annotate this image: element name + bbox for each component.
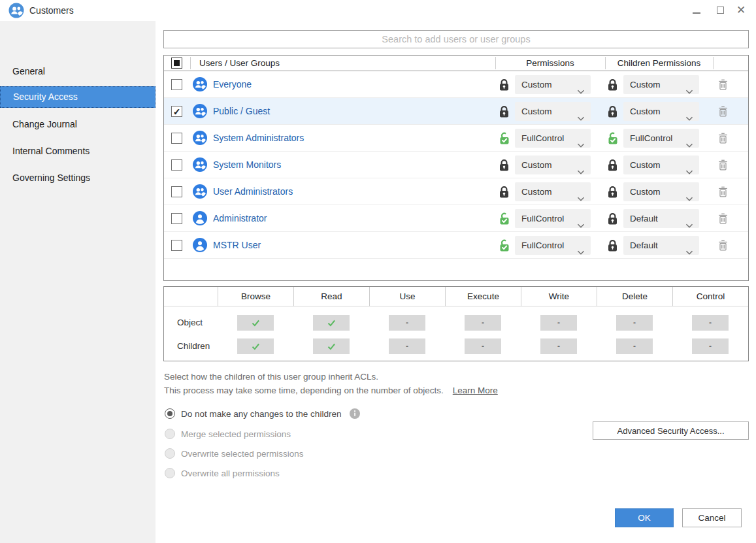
window-title: Customers — [29, 0, 74, 21]
sidebar-item-governing-settings[interactable]: Governing Settings — [0, 167, 156, 189]
row-checkbox[interactable] — [171, 133, 182, 144]
users-table: Users / User Groups Permissions Children… — [163, 55, 749, 281]
delete-icon[interactable] — [718, 133, 728, 144]
children-permissions-value: Custom — [630, 80, 661, 90]
acl-option-4: Overwrite all permissions — [165, 467, 280, 479]
permissions-dropdown[interactable]: Custom — [515, 75, 591, 94]
table-row: System MonitorsCustomCustom — [164, 152, 748, 178]
permissions-dropdown[interactable]: FullControl — [515, 129, 591, 148]
children-permissions-value: Default — [630, 214, 658, 223]
permissions-dropdown[interactable]: Custom — [515, 182, 591, 201]
cancel-button[interactable]: Cancel — [682, 508, 742, 527]
permissions-value: FullControl — [521, 240, 564, 250]
children-permissions-value: FullControl — [630, 133, 672, 143]
delete-icon[interactable] — [718, 79, 728, 90]
children-permissions-dropdown[interactable]: Default — [623, 209, 699, 228]
sidebar-item-change-journal[interactable]: Change Journal — [0, 114, 156, 135]
permissions-lock-icon[interactable] — [499, 78, 510, 91]
matrix-cell-object-browse[interactable] — [237, 315, 274, 331]
info-icon[interactable] — [350, 408, 360, 419]
row-checkbox[interactable] — [171, 213, 182, 224]
children-permissions-lock-icon[interactable] — [607, 159, 619, 171]
sidebar-item-general[interactable]: General — [0, 61, 156, 82]
matrix-cell-object-execute[interactable]: - — [465, 315, 501, 331]
permissions-unlocked-check-icon[interactable] — [499, 212, 510, 225]
acl-option-3: Overwrite selected permissions — [165, 448, 304, 459]
permissions-value: FullControl — [521, 214, 564, 223]
radio-button[interactable] — [165, 408, 175, 419]
minimize-button[interactable] — [687, 0, 706, 20]
delete-icon[interactable] — [718, 106, 728, 117]
row-checkbox[interactable] — [171, 79, 182, 90]
permissions-dropdown[interactable]: FullControl — [515, 236, 591, 255]
matrix-cell-children-control[interactable]: - — [692, 338, 729, 354]
permissions-lock-icon[interactable] — [499, 105, 510, 118]
permissions-unlocked-check-icon[interactable] — [499, 132, 510, 144]
matrix-cell-object-use[interactable]: - — [389, 315, 425, 331]
table-row: ✓Public / GuestCustomCustom — [164, 98, 748, 125]
radio-label: Overwrite all permissions — [181, 469, 280, 478]
chevron-down-icon — [685, 243, 693, 262]
row-checkbox[interactable] — [171, 186, 182, 197]
matrix-cell-object-write[interactable]: - — [540, 315, 577, 331]
matrix-cell-children-write[interactable]: - — [540, 338, 577, 354]
table-row: AdministratorFullControlDefault — [164, 205, 748, 232]
user-name: MSTR User — [213, 232, 261, 259]
permissions-value: Custom — [521, 160, 552, 170]
user-group-icon — [8, 3, 24, 18]
acl-description-line2: This process may take some time, dependi… — [164, 386, 498, 395]
matrix-cell-object-read[interactable] — [313, 315, 350, 331]
learn-more-link[interactable]: Learn More — [453, 386, 498, 395]
close-button[interactable]: ✕ — [731, 0, 751, 20]
radio-label: Overwrite selected permissions — [181, 449, 304, 459]
permissions-lock-icon[interactable] — [499, 159, 510, 171]
children-permissions-unlocked-check-icon[interactable] — [607, 132, 619, 144]
children-permissions-lock-icon[interactable] — [607, 78, 619, 91]
children-permissions-dropdown[interactable]: Custom — [623, 182, 699, 201]
children-permissions-lock-icon[interactable] — [607, 212, 619, 225]
children-permissions-dropdown[interactable]: FullControl — [623, 129, 699, 148]
table-row: User AdministratorsCustomCustom — [164, 178, 748, 205]
matrix-column-delete: Delete — [597, 287, 672, 306]
permissions-value: Custom — [521, 107, 552, 116]
matrix-row-label-object: Object — [177, 314, 203, 332]
delete-icon[interactable] — [718, 186, 728, 197]
row-checkbox[interactable]: ✓ — [171, 106, 182, 117]
delete-icon[interactable] — [718, 240, 728, 251]
matrix-cell-object-delete[interactable]: - — [616, 315, 653, 331]
matrix-cell-children-execute[interactable]: - — [465, 338, 501, 354]
permissions-unlocked-check-icon[interactable] — [499, 239, 510, 252]
radio-button — [165, 468, 175, 478]
matrix-cell-children-delete[interactable]: - — [616, 338, 653, 354]
row-checkbox[interactable] — [171, 240, 182, 251]
matrix-cell-object-control[interactable]: - — [692, 315, 729, 331]
matrix-cell-children-read[interactable] — [313, 338, 350, 354]
children-permissions-dropdown[interactable]: Custom — [623, 156, 699, 174]
maximize-button[interactable] — [710, 0, 730, 20]
row-checkbox[interactable] — [171, 159, 182, 171]
advanced-security-access-button[interactable]: Advanced Security Access... — [593, 421, 749, 440]
children-permissions-lock-icon[interactable] — [607, 105, 619, 118]
children-permissions-lock-icon[interactable] — [607, 239, 619, 252]
permissions-dropdown[interactable]: Custom — [515, 102, 591, 121]
radio-button — [165, 429, 175, 439]
acl-description-line1: Select how the children of this user gro… — [164, 372, 378, 382]
delete-icon[interactable] — [718, 159, 728, 171]
children-permissions-dropdown[interactable]: Custom — [623, 102, 699, 121]
children-permissions-lock-icon[interactable] — [607, 186, 619, 198]
children-permissions-dropdown[interactable]: Custom — [623, 75, 699, 94]
search-input[interactable] — [163, 30, 749, 48]
permissions-lock-icon[interactable] — [499, 186, 510, 198]
select-all-checkbox[interactable] — [171, 58, 182, 69]
sidebar-item-security-access[interactable]: Security Access — [0, 86, 156, 108]
matrix-cell-children-browse[interactable] — [237, 338, 274, 354]
delete-icon[interactable] — [718, 213, 728, 224]
ok-button[interactable]: OK — [615, 508, 674, 527]
matrix-cell-children-use[interactable]: - — [389, 338, 425, 354]
permissions-dropdown[interactable]: FullControl — [515, 209, 591, 228]
column-header-permissions: Permissions — [495, 56, 605, 71]
children-permissions-dropdown[interactable]: Default — [623, 236, 699, 255]
permissions-dropdown[interactable]: Custom — [515, 156, 591, 174]
sidebar-item-internal-comments[interactable]: Internal Comments — [0, 140, 156, 162]
acl-option-2: Merge selected permissions — [165, 428, 291, 440]
